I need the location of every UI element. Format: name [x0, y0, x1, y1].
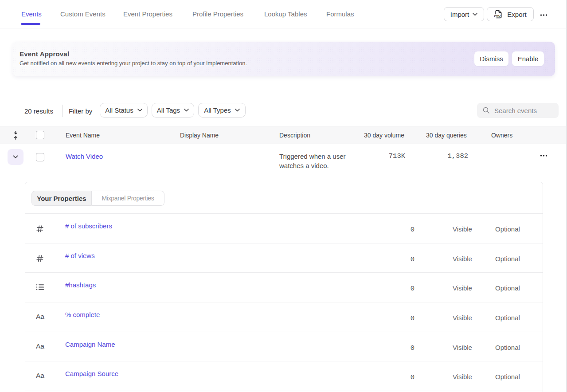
- svg-text:CSV: CSV: [494, 14, 501, 18]
